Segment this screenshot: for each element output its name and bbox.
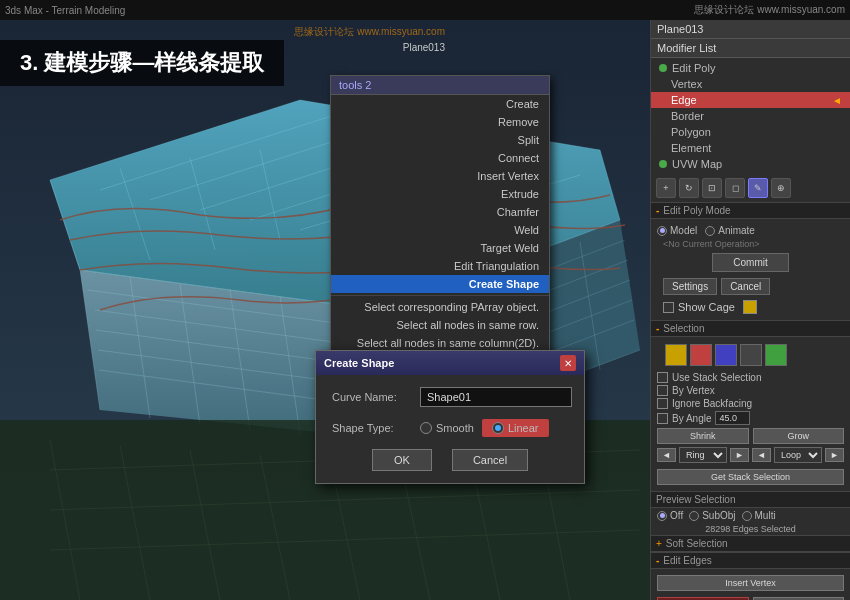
animate-radio-item[interactable]: Animate bbox=[705, 225, 755, 236]
by-angle-checkbox[interactable] bbox=[657, 413, 668, 424]
no-op-text: <No Current Operation> bbox=[657, 238, 844, 250]
ctx-edit-triangulation[interactable]: Edit Triangulation bbox=[331, 257, 549, 275]
tool-scale[interactable]: ⊡ bbox=[702, 178, 722, 198]
get-stack-button[interactable]: Get Stack Selection bbox=[657, 469, 844, 485]
toolbar-icons: + ↻ ⊡ ◻ ✎ ⊕ bbox=[651, 174, 850, 202]
create-shape-dialog: Create Shape ✕ Curve Name: Shape Type: bbox=[315, 350, 585, 484]
tool-select[interactable]: ◻ bbox=[725, 178, 745, 198]
ignore-backfacing-checkbox[interactable] bbox=[657, 398, 668, 409]
modifier-edge[interactable]: Edge ◄ bbox=[651, 92, 850, 108]
smooth-radio[interactable]: Smooth bbox=[420, 422, 474, 434]
angle-input[interactable] bbox=[715, 411, 750, 425]
subobj-label: SubObj bbox=[702, 510, 735, 521]
selection-header: - Selection bbox=[651, 320, 850, 337]
dialog-ok-button[interactable]: OK bbox=[372, 449, 432, 471]
smooth-label: Smooth bbox=[436, 422, 474, 434]
ctx-extrude[interactable]: Extrude bbox=[331, 185, 549, 203]
loop-select[interactable]: Loop bbox=[774, 447, 822, 463]
modifier-polygon[interactable]: Polygon bbox=[651, 124, 850, 140]
curve-name-label: Curve Name: bbox=[332, 391, 412, 403]
multi-radio[interactable]: Multi bbox=[742, 510, 776, 521]
edit-edges-header[interactable]: - Edit Edges bbox=[651, 552, 850, 569]
commit-button[interactable]: Commit bbox=[712, 253, 788, 272]
ctx-select-parray[interactable]: Select corresponding PArray object. bbox=[331, 298, 549, 316]
multi-radio-dot bbox=[742, 511, 752, 521]
edit-edges-title: Edit Edges bbox=[663, 555, 711, 566]
modifier-border[interactable]: Border bbox=[651, 108, 850, 124]
loop-prev-button[interactable]: ◄ bbox=[752, 448, 771, 462]
polygon-square[interactable] bbox=[740, 344, 762, 366]
plane-title: Plane013 bbox=[651, 20, 850, 39]
ctx-create-shape[interactable]: Create Shape bbox=[331, 275, 549, 293]
element-square[interactable] bbox=[765, 344, 787, 366]
tool-paint[interactable]: ✎ bbox=[748, 178, 768, 198]
sel-minus: - bbox=[656, 323, 659, 334]
ring-prev-button[interactable]: ◄ bbox=[657, 448, 676, 462]
linear-radio-circle bbox=[492, 422, 504, 434]
modifier-vertex[interactable]: Vertex bbox=[651, 76, 850, 92]
ctx-divider bbox=[331, 295, 549, 296]
curve-name-row: Curve Name: bbox=[332, 387, 568, 407]
ctx-weld[interactable]: Weld bbox=[331, 221, 549, 239]
subobj-radio[interactable]: SubObj bbox=[689, 510, 735, 521]
linear-label: Linear bbox=[508, 422, 539, 434]
model-radio-dot bbox=[657, 226, 667, 236]
step-title-banner: 3. 建模步骤—样线条提取 bbox=[0, 40, 284, 86]
modifier-edit-poly[interactable]: Edit Poly bbox=[651, 60, 850, 76]
watermark: 思缘设计论坛 www.missyuan.com bbox=[694, 3, 845, 17]
cage-color-box[interactable] bbox=[743, 300, 757, 314]
selection-body: Use Stack Selection By Vertex Ignore Bac… bbox=[651, 337, 850, 491]
model-label: Model bbox=[670, 225, 697, 236]
ctx-create[interactable]: Create bbox=[331, 95, 549, 113]
animate-radio-dot bbox=[705, 226, 715, 236]
ctx-chamfer[interactable]: Chamfer bbox=[331, 203, 549, 221]
use-stack-checkbox[interactable] bbox=[657, 372, 668, 383]
context-menu-title: tools 2 bbox=[331, 76, 549, 95]
ctx-select-row[interactable]: Select all nodes in same row. bbox=[331, 316, 549, 334]
preview-row: Off SubObj Multi bbox=[651, 508, 850, 523]
tool-rotate[interactable]: ↻ bbox=[679, 178, 699, 198]
context-menu: tools 2 Create Remove Split Connect Inse… bbox=[330, 75, 550, 371]
tool-magnet[interactable]: ⊕ bbox=[771, 178, 791, 198]
edge-label: Edge bbox=[671, 94, 697, 106]
edge-square[interactable] bbox=[690, 344, 712, 366]
viewport[interactable]: 3. 建模步骤—样线条提取 思缘设计论坛 www.missyuan.com Pl… bbox=[0, 20, 650, 600]
ctx-insert-vertex[interactable]: Insert Vertex bbox=[331, 167, 549, 185]
dialog-buttons: OK Cancel bbox=[332, 449, 568, 471]
dialog-close-button[interactable]: ✕ bbox=[560, 355, 576, 371]
ring-loop-row: ◄ Ring ► ◄ Loop ► bbox=[657, 447, 844, 463]
by-vertex-row: By Vertex bbox=[657, 385, 844, 396]
model-radio-item[interactable]: Model bbox=[657, 225, 697, 236]
vertex-square[interactable] bbox=[665, 344, 687, 366]
dialog-cancel-button[interactable]: Cancel bbox=[452, 449, 528, 471]
soft-selection-header[interactable]: + Soft Selection bbox=[651, 535, 850, 552]
modifier-uvw-map[interactable]: UVW Map bbox=[651, 156, 850, 172]
loop-next-button[interactable]: ► bbox=[825, 448, 844, 462]
edit-edges-minus: - bbox=[656, 555, 659, 566]
by-vertex-checkbox[interactable] bbox=[657, 385, 668, 396]
modifier-element[interactable]: Element bbox=[651, 140, 850, 156]
ignore-backfacing-label: Ignore Backfacing bbox=[672, 398, 752, 409]
ring-next-button[interactable]: ► bbox=[730, 448, 749, 462]
cancel-button[interactable]: Cancel bbox=[721, 278, 770, 295]
insert-vertex-button[interactable]: Insert Vertex bbox=[657, 575, 844, 591]
modifier-list: Edit Poly Vertex Edge ◄ Border Polygon E… bbox=[651, 58, 850, 174]
step-title-text: 3. 建模步骤—样线条提取 bbox=[20, 50, 264, 75]
ctx-split[interactable]: Split bbox=[331, 131, 549, 149]
show-cage-checkbox[interactable] bbox=[663, 302, 674, 313]
ctx-target-weld[interactable]: Target Weld bbox=[331, 239, 549, 257]
border-square[interactable] bbox=[715, 344, 737, 366]
ring-select[interactable]: Ring bbox=[679, 447, 727, 463]
linear-radio[interactable]: Linear bbox=[482, 419, 549, 437]
curve-name-input[interactable] bbox=[420, 387, 572, 407]
polygon-label: Polygon bbox=[671, 126, 711, 138]
ctx-connect[interactable]: Connect bbox=[331, 149, 549, 167]
grow-button[interactable]: Grow bbox=[753, 428, 845, 444]
shrink-button[interactable]: Shrink bbox=[657, 428, 749, 444]
ctx-remove[interactable]: Remove bbox=[331, 113, 549, 131]
settings-button[interactable]: Settings bbox=[663, 278, 717, 295]
off-radio[interactable]: Off bbox=[657, 510, 683, 521]
top-bar: 3ds Max - Terrain Modeling 思缘设计论坛 www.mi… bbox=[0, 0, 850, 20]
tool-move[interactable]: + bbox=[656, 178, 676, 198]
plane-label: Plane013 bbox=[403, 42, 445, 53]
